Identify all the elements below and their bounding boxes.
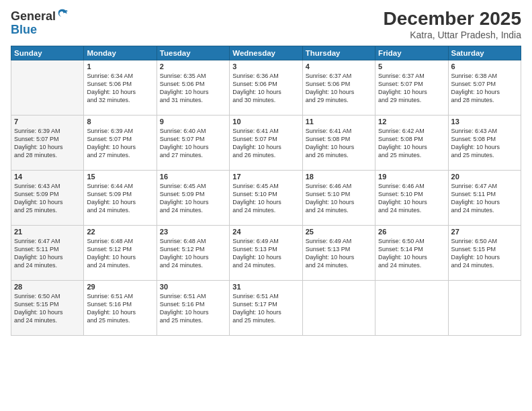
day-info: Sunrise: 6:49 AM Sunset: 5:13 PM Dayligh… [306,237,372,270]
day-info: Sunrise: 6:50 AM Sunset: 5:14 PM Dayligh… [378,237,445,270]
day-info: Sunrise: 6:36 AM Sunset: 5:06 PM Dayligh… [232,72,299,105]
calendar-cell: 11Sunrise: 6:41 AM Sunset: 5:08 PM Dayli… [302,116,375,171]
day-number: 18 [306,173,372,181]
day-number: 17 [232,173,299,181]
calendar-cell [375,281,448,336]
day-number: 1 [87,62,153,71]
day-info: Sunrise: 6:40 AM Sunset: 5:07 PM Dayligh… [160,127,226,160]
header-thursday: Thursday [302,46,375,60]
day-number: 13 [451,118,518,126]
day-info: Sunrise: 6:38 AM Sunset: 5:07 PM Dayligh… [451,72,518,105]
day-number: 29 [87,283,153,291]
day-info: Sunrise: 6:34 AM Sunset: 5:06 PM Dayligh… [87,72,153,105]
calendar-cell: 28Sunrise: 6:50 AM Sunset: 5:15 PM Dayli… [11,281,84,336]
calendar-cell: 27Sunrise: 6:50 AM Sunset: 5:15 PM Dayli… [448,226,521,281]
day-info: Sunrise: 6:43 AM Sunset: 5:08 PM Dayligh… [451,127,518,160]
day-info: Sunrise: 6:46 AM Sunset: 5:10 PM Dayligh… [306,182,372,215]
day-info: Sunrise: 6:43 AM Sunset: 5:09 PM Dayligh… [14,182,81,215]
day-info: Sunrise: 6:44 AM Sunset: 5:09 PM Dayligh… [87,182,153,215]
day-info: Sunrise: 6:51 AM Sunset: 5:17 PM Dayligh… [232,292,299,325]
week-row-2: 14Sunrise: 6:43 AM Sunset: 5:09 PM Dayli… [11,171,521,226]
day-number: 4 [306,62,372,71]
calendar-cell: 5Sunrise: 6:37 AM Sunset: 5:07 PM Daylig… [375,60,448,116]
day-info: Sunrise: 6:50 AM Sunset: 5:15 PM Dayligh… [451,237,518,270]
day-info: Sunrise: 6:48 AM Sunset: 5:12 PM Dayligh… [87,237,153,270]
day-number: 9 [160,118,226,126]
logo: General Blue [11,8,69,37]
page-container: General Blue December 2025 Katra, Uttar … [0,0,532,411]
day-info: Sunrise: 6:51 AM Sunset: 5:16 PM Dayligh… [160,292,226,325]
calendar-cell: 23Sunrise: 6:48 AM Sunset: 5:12 PM Dayli… [157,226,229,281]
day-number: 5 [378,62,445,71]
day-number: 25 [306,228,372,236]
title-block: December 2025 Katra, Uttar Pradesh, Indi… [384,8,521,40]
day-number: 28 [14,283,81,291]
header-monday: Monday [84,46,157,60]
calendar-cell: 16Sunrise: 6:45 AM Sunset: 5:09 PM Dayli… [157,171,229,226]
calendar-cell: 10Sunrise: 6:41 AM Sunset: 5:07 PM Dayli… [230,116,302,171]
calendar-cell: 6Sunrise: 6:38 AM Sunset: 5:07 PM Daylig… [448,60,521,116]
header-saturday: Saturday [448,46,521,60]
day-info: Sunrise: 6:47 AM Sunset: 5:11 PM Dayligh… [451,182,518,215]
calendar-cell: 7Sunrise: 6:39 AM Sunset: 5:07 PM Daylig… [11,116,84,171]
day-number: 6 [451,62,518,71]
calendar-cell: 22Sunrise: 6:48 AM Sunset: 5:12 PM Dayli… [84,226,157,281]
day-info: Sunrise: 6:39 AM Sunset: 5:07 PM Dayligh… [14,127,81,160]
day-number: 14 [14,173,81,181]
day-number: 23 [160,228,226,236]
day-number: 24 [232,228,299,236]
calendar-cell: 31Sunrise: 6:51 AM Sunset: 5:17 PM Dayli… [230,281,302,336]
calendar-cell: 25Sunrise: 6:49 AM Sunset: 5:13 PM Dayli… [302,226,375,281]
day-number: 16 [160,173,226,181]
day-number: 30 [160,283,226,291]
week-row-4: 28Sunrise: 6:50 AM Sunset: 5:15 PM Dayli… [11,281,521,336]
header-sunday: Sunday [11,46,84,60]
day-info: Sunrise: 6:47 AM Sunset: 5:11 PM Dayligh… [14,237,81,270]
calendar-cell: 15Sunrise: 6:44 AM Sunset: 5:09 PM Dayli… [84,171,157,226]
calendar-cell: 19Sunrise: 6:46 AM Sunset: 5:10 PM Dayli… [375,171,448,226]
logo-general-text: General [11,9,56,23]
calendar-cell: 9Sunrise: 6:40 AM Sunset: 5:07 PM Daylig… [157,116,229,171]
calendar-cell: 29Sunrise: 6:51 AM Sunset: 5:16 PM Dayli… [84,281,157,336]
month-title: December 2025 [384,8,521,30]
calendar-cell: 26Sunrise: 6:50 AM Sunset: 5:14 PM Dayli… [375,226,448,281]
calendar-cell: 2Sunrise: 6:35 AM Sunset: 5:06 PM Daylig… [157,60,229,116]
logo-bird-icon [56,8,69,20]
calendar-cell: 3Sunrise: 6:36 AM Sunset: 5:06 PM Daylig… [230,60,302,116]
calendar-cell: 30Sunrise: 6:51 AM Sunset: 5:16 PM Dayli… [157,281,229,336]
day-number: 11 [306,118,372,126]
calendar-cell: 24Sunrise: 6:49 AM Sunset: 5:13 PM Dayli… [230,226,302,281]
day-number: 20 [451,173,518,181]
day-info: Sunrise: 6:35 AM Sunset: 5:06 PM Dayligh… [160,72,226,105]
day-info: Sunrise: 6:46 AM Sunset: 5:10 PM Dayligh… [378,182,445,215]
logo-blue-text: Blue [11,23,37,36]
header-friday: Friday [375,46,448,60]
day-info: Sunrise: 6:37 AM Sunset: 5:06 PM Dayligh… [306,72,372,105]
day-number: 10 [232,118,299,126]
calendar-cell: 21Sunrise: 6:47 AM Sunset: 5:11 PM Dayli… [11,226,84,281]
calendar-cell: 13Sunrise: 6:43 AM Sunset: 5:08 PM Dayli… [448,116,521,171]
calendar-cell: 14Sunrise: 6:43 AM Sunset: 5:09 PM Dayli… [11,171,84,226]
day-number: 3 [232,62,299,71]
day-number: 15 [87,173,153,181]
calendar-header-row: Sunday Monday Tuesday Wednesday Thursday… [11,46,521,60]
day-number: 19 [378,173,445,181]
day-info: Sunrise: 6:48 AM Sunset: 5:12 PM Dayligh… [160,237,226,270]
day-number: 8 [87,118,153,126]
week-row-3: 21Sunrise: 6:47 AM Sunset: 5:11 PM Dayli… [11,226,521,281]
day-info: Sunrise: 6:49 AM Sunset: 5:13 PM Dayligh… [232,237,299,270]
day-info: Sunrise: 6:45 AM Sunset: 5:09 PM Dayligh… [160,182,226,215]
day-number: 12 [378,118,445,126]
calendar-cell: 1Sunrise: 6:34 AM Sunset: 5:06 PM Daylig… [84,60,157,116]
day-number: 7 [14,118,81,126]
day-info: Sunrise: 6:51 AM Sunset: 5:16 PM Dayligh… [87,292,153,325]
calendar-cell: 18Sunrise: 6:46 AM Sunset: 5:10 PM Dayli… [302,171,375,226]
day-number: 27 [451,228,518,236]
day-info: Sunrise: 6:37 AM Sunset: 5:07 PM Dayligh… [378,72,445,105]
week-row-0: 1Sunrise: 6:34 AM Sunset: 5:06 PM Daylig… [11,60,521,116]
calendar-cell: 12Sunrise: 6:42 AM Sunset: 5:08 PM Dayli… [375,116,448,171]
day-number: 31 [232,283,299,291]
day-info: Sunrise: 6:50 AM Sunset: 5:15 PM Dayligh… [14,292,81,325]
day-info: Sunrise: 6:39 AM Sunset: 5:07 PM Dayligh… [87,127,153,160]
calendar-cell [11,60,84,116]
